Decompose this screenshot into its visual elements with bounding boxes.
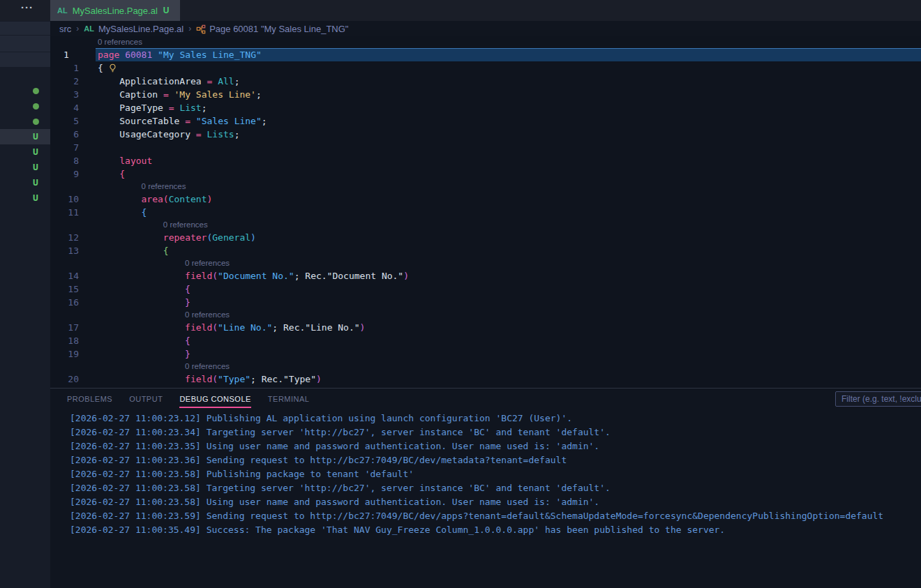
code-text: ApplicationArea = All; — [119, 75, 239, 88]
console-line: [2026-02-27 11:00:23.59] Sending request… — [70, 509, 921, 523]
line-number[interactable]: 7 — [50, 141, 79, 154]
code-text: repeater(General) — [163, 231, 256, 244]
line-number[interactable]: 18 — [50, 334, 79, 347]
code-line[interactable]: 15{ — [50, 282, 921, 296]
line-number[interactable]: 5 — [50, 114, 79, 128]
code-line[interactable]: 14field("Document No."; Rec."Document No… — [50, 269, 921, 282]
line-number[interactable]: 11 — [50, 206, 79, 219]
code-line[interactable]: 19} — [50, 347, 921, 361]
line-number[interactable]: 16 — [50, 296, 79, 309]
code-line[interactable]: 1{ — [50, 61, 921, 75]
code-text: } — [185, 296, 190, 309]
code-text: layout — [119, 154, 152, 167]
codelens-references[interactable]: 0 references — [50, 36, 921, 48]
line-number[interactable]: 20 — [50, 372, 79, 386]
panel-tab-debug-console[interactable]: DEBUG CONSOLE — [179, 395, 250, 408]
sidebar-file-row[interactable]: U — [0, 129, 50, 144]
codelens-references[interactable]: 0 references — [50, 257, 921, 269]
breadcrumb-item[interactable]: Page 60081 "My Sales Line_TNG" — [209, 24, 348, 34]
code-line[interactable]: 5SourceTable = "Sales Line"; — [50, 114, 921, 128]
code-text: PageType = List; — [119, 101, 207, 114]
panel-tab-output[interactable]: OUTPUT — [129, 395, 163, 408]
vscode-window: ··· UUUUU AL MySalesLine.Page.al U src›A… — [0, 0, 921, 588]
sidebar-titlebar: ··· — [0, 0, 50, 21]
codelens-references[interactable]: 0 references — [50, 219, 921, 231]
line-number[interactable]: 12 — [50, 231, 79, 244]
line-number[interactable]: 14 — [50, 269, 79, 282]
git-untracked-badge: U — [0, 129, 50, 144]
code-text: { — [185, 386, 190, 388]
line-number[interactable]: 15 — [50, 282, 79, 296]
line-number[interactable]: 1 — [50, 61, 79, 75]
code-line[interactable]: 3Caption = 'My Sales Line'; — [50, 88, 921, 101]
console-line: [2026-02-27 11:00:23.58] Publishing pack… — [70, 467, 921, 481]
codelens-references[interactable]: 0 references — [50, 309, 921, 321]
breadcrumb: src›ALMySalesLine.Page.al›Page 60081 "My… — [50, 21, 921, 36]
code-line[interactable]: 4PageType = List; — [50, 101, 921, 114]
line-number[interactable]: 4 — [50, 101, 79, 114]
code-editor[interactable]: 0 references1page 60081 "My Sales Line_T… — [50, 36, 921, 388]
code-line[interactable]: 8layout — [50, 154, 921, 167]
line-number[interactable]: 10 — [50, 193, 79, 206]
code-line[interactable]: 6UsageCategory = Lists; — [50, 128, 921, 141]
explorer-section-row[interactable] — [0, 36, 50, 52]
line-number[interactable]: 17 — [50, 321, 79, 334]
lightbulb-icon[interactable] — [108, 63, 117, 76]
code-line[interactable]: 20field("Type"; Rec."Type") — [50, 372, 921, 386]
panel-tab-problems[interactable]: PROBLEMS — [67, 395, 112, 408]
line-number[interactable]: 1 — [63, 48, 69, 61]
tab-title: MySalesLine.Page.al — [73, 6, 158, 16]
bottom-panel: PROBLEMSOUTPUTDEBUG CONSOLETERMINAL [202… — [50, 388, 921, 588]
console-line: [2026-02-27 11:00:23.36] Sending request… — [70, 453, 921, 467]
breadcrumb-item[interactable]: MySalesLine.Page.al — [98, 24, 184, 34]
explorer-section-row[interactable] — [0, 52, 50, 67]
line-number[interactable]: 19 — [50, 347, 79, 361]
code-line[interactable]: 13{ — [50, 244, 921, 257]
code-line[interactable]: 17field("Line No."; Rec."Line No.") — [50, 321, 921, 334]
code-line[interactable]: 7 — [50, 141, 921, 154]
code-text: { — [185, 282, 190, 296]
codelens-references[interactable]: 0 references — [50, 361, 921, 372]
line-number[interactable]: 3 — [50, 88, 79, 101]
code-line[interactable]: 18{ — [50, 334, 921, 347]
more-actions-icon[interactable]: ··· — [21, 1, 33, 13]
sidebar-file-row[interactable]: U — [0, 175, 50, 190]
code-text: { — [185, 334, 190, 347]
code-line[interactable]: 11{ — [50, 206, 921, 219]
line-number[interactable]: 13 — [50, 244, 79, 257]
sidebar-file-row[interactable]: U — [0, 144, 50, 160]
sidebar-file-row[interactable] — [0, 83, 50, 98]
breadcrumb-item[interactable]: src — [59, 24, 71, 34]
line-number[interactable]: 2 — [50, 75, 79, 88]
debug-console-output: [2026-02-27 11:00:23.12] Publishing AL a… — [70, 412, 921, 537]
code-line[interactable]: 2ApplicationArea = All; — [50, 75, 921, 88]
line-number[interactable]: 9 — [50, 167, 79, 181]
explorer-sidebar: ··· UUUUU — [0, 0, 51, 588]
code-line[interactable]: 9{ — [50, 167, 921, 181]
console-line: [2026-02-27 11:00:23.58] Using user name… — [70, 495, 921, 509]
sidebar-file-row[interactable] — [0, 98, 50, 114]
sidebar-file-row[interactable]: U — [0, 160, 50, 175]
explorer-section-row[interactable] — [0, 22, 50, 35]
console-line: [2026-02-27 11:00:23.34] Targeting serve… — [70, 425, 921, 439]
tab-mysalesline[interactable]: AL MySalesLine.Page.al U — [50, 0, 180, 21]
console-filter-input[interactable] — [835, 391, 921, 407]
code-text: Caption = 'My Sales Line'; — [119, 88, 262, 101]
code-line[interactable]: 16} — [50, 296, 921, 309]
code-text: SourceTable = "Sales Line"; — [119, 114, 267, 128]
sidebar-file-row[interactable] — [0, 114, 50, 129]
code-line[interactable]: 12repeater(General) — [50, 231, 921, 244]
symbol-page-icon — [196, 24, 206, 34]
panel-tab-terminal[interactable]: TERMINAL — [268, 395, 310, 408]
console-line: [2026-02-27 11:00:35.49] Success: The pa… — [70, 523, 921, 537]
code-text: field("Line No."; Rec."Line No.") — [185, 321, 365, 334]
al-file-icon: AL — [57, 6, 68, 15]
line-number[interactable]: 6 — [50, 128, 79, 141]
sidebar-file-row[interactable]: U — [0, 190, 50, 206]
line-number[interactable]: 8 — [50, 154, 79, 167]
code-line[interactable]: 1page 60081 "My Sales Line_TNG" — [50, 48, 921, 61]
panel-tabs: PROBLEMSOUTPUTDEBUG CONSOLETERMINAL — [67, 395, 309, 408]
al-file-icon: AL — [84, 24, 94, 33]
code-line[interactable]: 10area(Content) — [50, 193, 921, 206]
codelens-references[interactable]: 0 references — [50, 181, 921, 193]
